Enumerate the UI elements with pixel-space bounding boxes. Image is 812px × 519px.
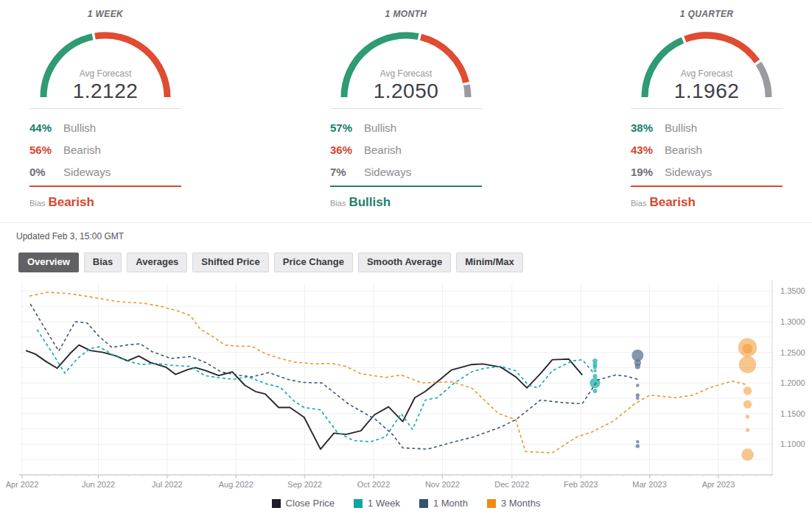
avg-forecast-label: Avg Forecast bbox=[681, 68, 732, 79]
svg-text:1.3000: 1.3000 bbox=[780, 317, 805, 326]
gauge-1-quarter: Avg Forecast 1.1962 bbox=[633, 21, 780, 103]
tab-smooth-average[interactable]: Smooth Average bbox=[358, 253, 451, 272]
gauge-card-1-quarter: 1 QUARTER Avg Forecast 1.1962 38%Bullish… bbox=[622, 4, 791, 210]
sideways-pct: 0% bbox=[29, 166, 63, 178]
svg-text:1.2000: 1.2000 bbox=[780, 378, 805, 387]
bullish-pct: 57% bbox=[330, 121, 364, 134]
svg-text:Feb 2023: Feb 2023 bbox=[564, 480, 598, 489]
bias-value: Bearish bbox=[48, 195, 94, 209]
bias-label: Bias bbox=[29, 199, 45, 208]
svg-text:Sep 2022: Sep 2022 bbox=[287, 480, 322, 489]
tab-minim-max[interactable]: Minim/Max bbox=[456, 253, 522, 272]
legend-swatch bbox=[487, 499, 496, 508]
x-axis-labels: Apr 2022Jun 2022Jul 2022Aug 2022Sep 2022… bbox=[6, 480, 735, 489]
gauge-1-month: Avg Forecast 1.2050 bbox=[332, 21, 480, 103]
bearish-row: 56%Bearish bbox=[29, 138, 181, 160]
svg-text:1.1500: 1.1500 bbox=[780, 409, 805, 418]
tab-shifted-price[interactable]: Shifted Price bbox=[192, 253, 268, 272]
svg-text:Nov 2022: Nov 2022 bbox=[425, 480, 460, 489]
updated-timestamp: Updated Feb 3, 15:00 GMT bbox=[16, 231, 812, 241]
bullish-pct: 44% bbox=[29, 121, 63, 134]
gauge-1-week: Avg Forecast 1.2122 bbox=[32, 21, 179, 103]
sideways-pct: 19% bbox=[631, 166, 665, 178]
svg-text:1.2500: 1.2500 bbox=[780, 348, 805, 357]
bias-underline bbox=[631, 186, 783, 187]
svg-text:1.3500: 1.3500 bbox=[780, 286, 805, 295]
sideways-pct: 7% bbox=[330, 166, 364, 178]
legend-item-close-price: Close Price bbox=[272, 498, 335, 509]
bias-label: Bias bbox=[631, 199, 646, 208]
sideways-row: 7%Sideways bbox=[330, 160, 482, 183]
chart-axes bbox=[19, 280, 773, 479]
svg-text:Oct 2022: Oct 2022 bbox=[357, 480, 391, 489]
svg-text:Dec 2022: Dec 2022 bbox=[494, 480, 529, 489]
legend-item-1-week: 1 Week bbox=[354, 498, 400, 509]
legend-swatch bbox=[419, 499, 428, 508]
avg-forecast-value: 1.2050 bbox=[374, 80, 439, 103]
bearish-row: 36%Bearish bbox=[330, 138, 482, 160]
forecast-poll-section: 1 WEEK Avg Forecast 1.2122 44%Bullish 56… bbox=[0, 0, 812, 210]
tab-bias[interactable]: Bias bbox=[84, 253, 122, 272]
bias-value: Bullish bbox=[349, 195, 391, 209]
svg-text:Apr 2023: Apr 2023 bbox=[702, 480, 735, 489]
sideways-row: 19%Sideways bbox=[631, 160, 783, 183]
divider bbox=[631, 108, 783, 109]
svg-text:Aug 2022: Aug 2022 bbox=[219, 480, 253, 489]
svg-text:Mar 2023: Mar 2023 bbox=[632, 480, 666, 489]
chart-grid bbox=[21, 283, 771, 475]
bullish-row: 44%Bullish bbox=[29, 116, 181, 138]
bearish-pct: 43% bbox=[631, 144, 665, 156]
legend-item-1-month: 1 Month bbox=[419, 498, 468, 509]
svg-text:1.1000: 1.1000 bbox=[780, 439, 805, 448]
legend-swatch bbox=[354, 499, 363, 508]
svg-text:Apr 2022: Apr 2022 bbox=[6, 480, 39, 489]
bullish-row: 57%Bullish bbox=[330, 116, 482, 138]
avg-forecast-label: Avg Forecast bbox=[80, 68, 131, 79]
chart-tabs: OverviewBiasAveragesShifted PricePrice C… bbox=[18, 253, 812, 272]
tab-price-change[interactable]: Price Change bbox=[274, 253, 353, 272]
divider bbox=[29, 108, 181, 109]
series-1-week bbox=[37, 330, 600, 442]
y-axis-labels: 1.35001.30001.25001.20001.15001.1000 bbox=[780, 286, 805, 448]
legend-item-3-months: 3 Months bbox=[487, 498, 540, 509]
bias-underline bbox=[29, 186, 181, 187]
gauge-card-1-week: 1 WEEK Avg Forecast 1.2122 44%Bullish 56… bbox=[21, 4, 190, 210]
gauge-title: 1 WEEK bbox=[21, 9, 190, 19]
bias-value: Bearish bbox=[649, 195, 695, 209]
chart-legend: Close Price1 Week1 Month3 Months bbox=[0, 498, 812, 509]
avg-forecast-label: Avg Forecast bbox=[380, 68, 432, 79]
series-1-month bbox=[30, 304, 643, 449]
forecast-chart-section: Apr 2022Jun 2022Jul 2022Aug 2022Sep 2022… bbox=[0, 276, 812, 509]
bullish-row: 38%Bullish bbox=[631, 116, 783, 138]
legend-swatch bbox=[272, 499, 281, 508]
avg-forecast-value: 1.1962 bbox=[674, 80, 740, 103]
bearish-row: 43%Bearish bbox=[631, 138, 783, 160]
gauge-title: 1 QUARTER bbox=[622, 9, 791, 19]
bullish-pct: 38% bbox=[631, 121, 665, 134]
sideways-row: 0%Sideways bbox=[29, 160, 181, 183]
svg-text:Jun 2022: Jun 2022 bbox=[82, 480, 115, 489]
divider bbox=[330, 108, 482, 109]
gauge-title: 1 MONTH bbox=[321, 9, 491, 19]
avg-forecast-value: 1.2122 bbox=[73, 80, 139, 103]
bearish-pct: 36% bbox=[330, 144, 364, 156]
svg-text:Jul 2022: Jul 2022 bbox=[152, 480, 183, 489]
gauge-card-1-month: 1 MONTH Avg Forecast 1.2050 57%Bullish 3… bbox=[321, 4, 491, 210]
bias-underline bbox=[330, 186, 482, 187]
section-divider bbox=[0, 222, 812, 223]
series-close-price bbox=[26, 345, 582, 449]
tab-overview[interactable]: Overview bbox=[18, 253, 79, 272]
bias-label: Bias bbox=[330, 199, 346, 208]
tab-averages[interactable]: Averages bbox=[127, 253, 187, 272]
bearish-pct: 56% bbox=[29, 144, 63, 156]
forecast-chart[interactable]: Apr 2022Jun 2022Jul 2022Aug 2022Sep 2022… bbox=[0, 276, 812, 493]
